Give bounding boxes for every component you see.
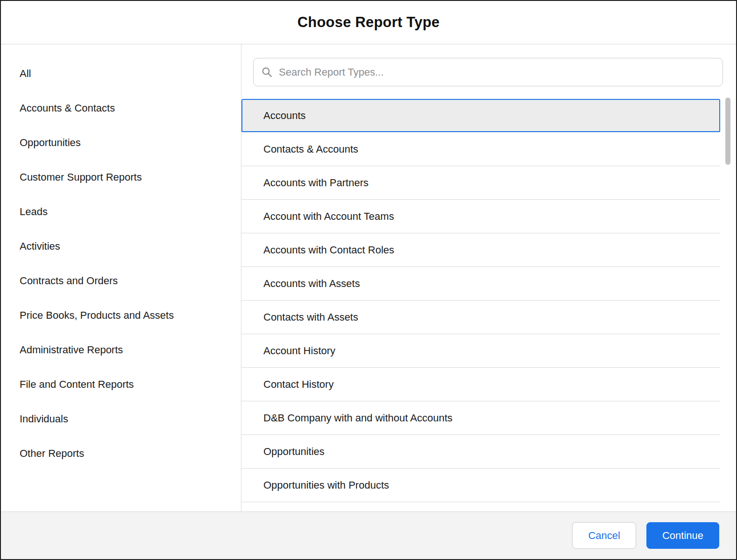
sidebar-item[interactable]: Administrative Reports	[1, 333, 241, 367]
report-type-label: Opportunities with Products	[263, 479, 389, 491]
report-type-row[interactable]: Opportunities with Products	[241, 469, 720, 502]
report-type-row[interactable]: Accounts with Contact Roles	[241, 233, 720, 267]
sidebar-item[interactable]: Opportunities	[1, 126, 241, 160]
sidebar-item-label: Activities	[20, 240, 60, 252]
sidebar-item-label: Accounts & Contacts	[20, 102, 115, 114]
choose-report-type-modal: Choose Report Type All Accounts & Contac…	[0, 0, 737, 560]
continue-button[interactable]: Continue	[646, 522, 719, 549]
sidebar-item-label: Contracts and Orders	[20, 275, 118, 287]
sidebar-item-label: Price Books, Products and Assets	[20, 309, 174, 322]
report-type-panel: Accounts Contacts & Accounts Accounts wi…	[241, 44, 736, 511]
sidebar-item-label: Leads	[20, 206, 48, 218]
sidebar-item-label: Opportunities	[20, 137, 81, 149]
report-type-label: Accounts	[263, 110, 306, 122]
report-type-label: Accounts with Partners	[263, 177, 368, 189]
report-type-label: Accounts with Contact Roles	[263, 244, 394, 256]
report-type-row[interactable]: Accounts with Assets	[241, 267, 720, 301]
category-sidebar: All Accounts & Contacts Opportunities Cu…	[1, 44, 241, 511]
sidebar-item[interactable]: File and Content Reports	[1, 367, 241, 402]
report-type-row[interactable]: Contacts & Accounts	[241, 133, 720, 166]
cancel-button[interactable]: Cancel	[572, 522, 636, 549]
sidebar-item-label: File and Content Reports	[20, 378, 134, 391]
report-type-label: Contact History	[263, 378, 333, 391]
report-type-row[interactable]: Account History	[241, 334, 720, 368]
report-type-row[interactable]: Contact History	[241, 368, 720, 401]
report-type-row[interactable]: Account with Account Teams	[241, 200, 720, 233]
report-type-row[interactable]: Opportunities	[241, 435, 720, 469]
report-type-row[interactable]: Accounts	[241, 99, 720, 133]
modal-title: Choose Report Type	[298, 14, 439, 31]
sidebar-item[interactable]: All	[1, 56, 241, 91]
report-type-label: Contacts with Assets	[263, 311, 358, 323]
sidebar-item-label: Administrative Reports	[20, 344, 123, 356]
sidebar-item-label: Customer Support Reports	[20, 171, 142, 183]
report-type-label: D&B Company with and without Accounts	[263, 412, 453, 424]
sidebar-item[interactable]: Accounts & Contacts	[1, 91, 241, 126]
report-type-label: Opportunities	[263, 446, 325, 458]
sidebar-item[interactable]: Price Books, Products and Assets	[1, 298, 241, 333]
report-type-label: Accounts with Assets	[263, 278, 360, 290]
scrollbar-thumb[interactable]	[725, 98, 730, 165]
search-input[interactable]	[253, 58, 723, 86]
sidebar-item[interactable]: Leads	[1, 195, 241, 229]
sidebar-item[interactable]: Contracts and Orders	[1, 264, 241, 298]
sidebar-item-label: Other Reports	[20, 448, 84, 460]
modal-footer: Cancel Continue	[1, 511, 736, 559]
report-type-row[interactable]: D&B Company with and without Accounts	[241, 401, 720, 435]
report-type-row[interactable]: Accounts with Partners	[241, 166, 720, 200]
search-box	[253, 58, 723, 86]
sidebar-item[interactable]: Activities	[1, 229, 241, 264]
report-type-label: Account with Account Teams	[263, 210, 394, 223]
modal-header: Choose Report Type	[1, 1, 736, 44]
report-type-row[interactable]: Contacts with Assets	[241, 301, 720, 334]
sidebar-item[interactable]: Customer Support Reports	[1, 160, 241, 195]
report-type-label: Account History	[263, 345, 335, 357]
report-type-label: Contacts & Accounts	[263, 143, 358, 155]
sidebar-item-label: All	[20, 68, 31, 80]
modal-content: All Accounts & Contacts Opportunities Cu…	[1, 44, 736, 511]
sidebar-item[interactable]: Other Reports	[1, 436, 241, 471]
sidebar-item[interactable]: Individuals	[1, 402, 241, 436]
sidebar-item-label: Individuals	[20, 413, 68, 425]
report-type-list: Accounts Contacts & Accounts Accounts wi…	[241, 99, 720, 502]
